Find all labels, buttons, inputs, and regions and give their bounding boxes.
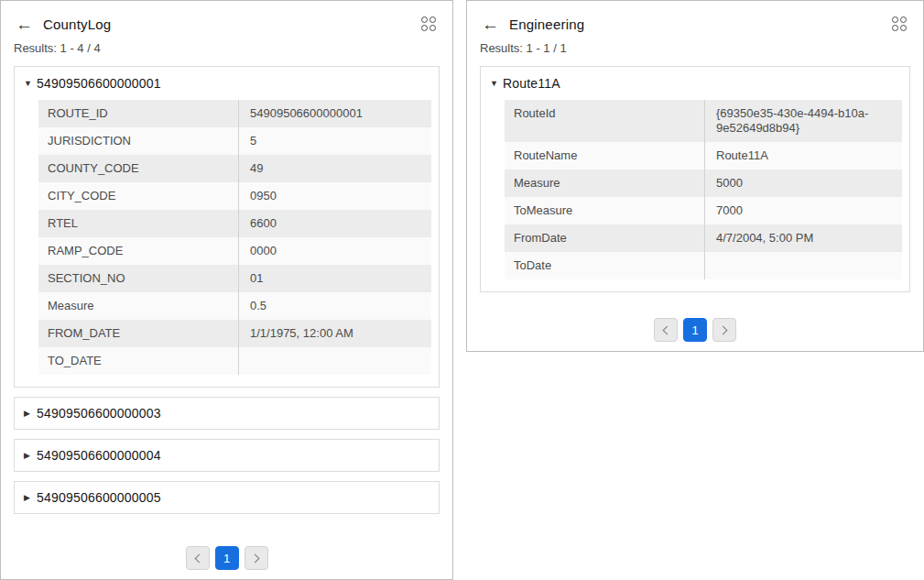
feature-title: Route11A <box>503 76 560 91</box>
back-button[interactable]: ← <box>16 16 33 33</box>
attribute-value: Route11A <box>704 142 902 170</box>
attribute-label: FromDate <box>505 224 704 252</box>
attribute-value: 0000 <box>238 237 431 265</box>
chevron-right-icon <box>250 553 259 563</box>
feature-card-expanded: ▼ 54909506600000001 ROUTE_ID 54909506600… <box>14 66 440 388</box>
attribute-table: ROUTE_ID 54909506600000001 JURISDICTION … <box>38 100 431 375</box>
feature-title: 54909506600000003 <box>37 406 161 421</box>
attribute-row: ROUTE_ID 54909506600000001 <box>38 100 431 127</box>
attribute-row: RTEL 6600 <box>38 210 431 237</box>
attribute-value: 1/1/1975, 12:00 AM <box>238 320 431 347</box>
chevron-right-icon <box>719 325 728 334</box>
attribute-row: FromDate 4/7/2004, 5:00 PM <box>505 224 902 252</box>
panels-root: ← CountyLog Results: 1 - 4 / 4 ▼ 5490950… <box>0 0 924 580</box>
actions-menu-button[interactable] <box>419 15 438 33</box>
attribute-label: COUNTY_CODE <box>38 155 238 182</box>
attribute-value: 49 <box>238 155 431 182</box>
panel-header: ← Engineering <box>467 1 923 33</box>
chevron-left-icon <box>194 553 203 563</box>
attribute-label: RTEL <box>38 210 238 237</box>
attribute-row: ToMeasure 7000 <box>505 197 902 224</box>
apps-grid-icon <box>892 16 907 31</box>
attribute-value: 0.5 <box>238 292 431 320</box>
attribute-row: CITY_CODE 0950 <box>38 182 431 210</box>
attribute-label: CITY_CODE <box>38 182 238 210</box>
feature-info-panel: ← Engineering Results: 1 - 1 / 1 ▼ Route… <box>466 0 924 352</box>
attribute-row: RouteName Route11A <box>505 142 902 170</box>
attribute-value: 4/7/2004, 5:00 PM <box>704 224 902 252</box>
caret-down-icon: ▼ <box>490 77 503 90</box>
attribute-label: ROUTE_ID <box>38 100 238 127</box>
back-arrow-icon: ← <box>482 15 499 34</box>
attribute-value: 0950 <box>238 182 431 210</box>
attribute-value: 6600 <box>238 210 431 237</box>
attribute-label: TO_DATE <box>38 347 238 375</box>
attribute-row: Measure 5000 <box>505 170 902 197</box>
collapsed-list: ▶ 54909506600000003 ▶ 54909506600000004 … <box>14 397 440 514</box>
feature-list: ▼ Route11A RouteId {69350e35-430e-4494-b… <box>480 66 910 292</box>
attribute-value: 54909506600000001 <box>238 100 431 127</box>
caret-right-icon: ▶ <box>24 449 37 462</box>
actions-menu-button[interactable] <box>890 15 908 33</box>
attribute-row: SECTION_NO 01 <box>38 265 431 292</box>
attribute-label: RouteId <box>505 100 704 142</box>
caret-right-icon: ▶ <box>24 491 37 504</box>
next-page-button[interactable] <box>712 318 736 342</box>
apps-grid-icon <box>421 16 436 31</box>
caret-right-icon: ▶ <box>24 407 37 420</box>
attribute-value: 5 <box>238 127 431 155</box>
attribute-value <box>704 252 902 279</box>
current-page-button[interactable]: 1 <box>215 546 239 570</box>
attribute-label: FROM_DATE <box>38 320 238 347</box>
next-page-button[interactable] <box>245 546 268 570</box>
pagination: 1 <box>467 318 923 342</box>
attribute-label: Measure <box>38 292 238 320</box>
panel-title: Engineering <box>509 16 890 32</box>
attribute-value: 01 <box>238 265 431 292</box>
attribute-row: RouteId {69350e35-430e-4494-b10a-9e52649… <box>505 100 902 142</box>
back-arrow-icon: ← <box>16 15 33 34</box>
feature-title: 54909506600000004 <box>37 448 161 463</box>
results-count: Results: 1 - 4 / 4 <box>1 33 452 55</box>
attribute-row: JURISDICTION 5 <box>38 127 431 155</box>
attribute-label: RAMP_CODE <box>38 237 238 265</box>
attribute-row: COUNTY_CODE 49 <box>38 155 431 182</box>
chevron-left-icon <box>663 325 672 334</box>
attribute-row: RAMP_CODE 0000 <box>38 237 431 265</box>
attribute-value <box>238 347 431 375</box>
feature-card-expanded: ▼ Route11A RouteId {69350e35-430e-4494-b… <box>480 66 910 292</box>
feature-card-collapsed[interactable]: ▶ 54909506600000003 <box>14 397 440 430</box>
attribute-row: ToDate <box>505 252 902 279</box>
feature-list: ▼ 54909506600000001 ROUTE_ID 54909506600… <box>14 66 440 514</box>
feature-card-collapsed[interactable]: ▶ 54909506600000005 <box>14 481 440 514</box>
feature-info-panel: ← CountyLog Results: 1 - 4 / 4 ▼ 5490950… <box>0 0 453 580</box>
prev-page-button[interactable] <box>654 318 678 342</box>
current-page-button[interactable]: 1 <box>683 318 707 342</box>
feature-title: 54909506600000005 <box>37 490 161 505</box>
feature-header-toggle[interactable]: ▼ Route11A <box>481 67 909 99</box>
attribute-row: FROM_DATE 1/1/1975, 12:00 AM <box>38 320 431 347</box>
panel-header: ← CountyLog <box>1 1 452 33</box>
attribute-label: SECTION_NO <box>38 265 238 292</box>
feature-card-collapsed[interactable]: ▶ 54909506600000004 <box>14 439 440 472</box>
attribute-value: 5000 <box>704 170 902 197</box>
attribute-label: Measure <box>505 170 704 197</box>
attribute-value: 7000 <box>704 197 902 224</box>
caret-down-icon: ▼ <box>24 77 37 90</box>
prev-page-button[interactable] <box>186 546 210 570</box>
attribute-table: RouteId {69350e35-430e-4494-b10a-9e52649… <box>505 100 902 279</box>
back-button[interactable]: ← <box>482 16 499 33</box>
attribute-row: TO_DATE <box>38 347 431 375</box>
attribute-row: Measure 0.5 <box>38 292 431 320</box>
attribute-label: ToDate <box>505 252 704 279</box>
panel-title: CountyLog <box>43 16 419 32</box>
attribute-label: ToMeasure <box>505 197 704 224</box>
feature-header-toggle[interactable]: ▼ 54909506600000001 <box>15 67 439 99</box>
attribute-value: {69350e35-430e-4494-b10a-9e52649d8b94} <box>704 100 902 142</box>
attribute-label: RouteName <box>505 142 704 170</box>
feature-title: 54909506600000001 <box>37 76 161 91</box>
results-count: Results: 1 - 1 / 1 <box>467 33 923 55</box>
pagination: 1 <box>1 546 452 570</box>
attribute-label: JURISDICTION <box>38 127 238 155</box>
